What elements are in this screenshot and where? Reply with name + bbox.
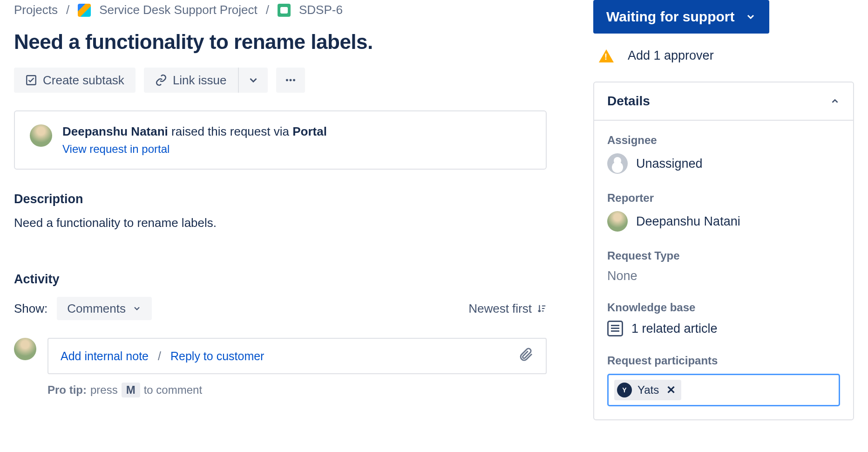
create-subtask-button[interactable]: Create subtask	[14, 68, 136, 93]
details-panel: Details Assignee Unassigned Reporter	[593, 82, 854, 420]
chevron-down-icon	[745, 11, 756, 22]
breadcrumb-projects[interactable]: Projects	[14, 3, 58, 17]
breadcrumb-issue-key[interactable]: SDSP-6	[299, 3, 343, 17]
comment-divider: /	[158, 349, 161, 363]
subtask-icon	[25, 74, 37, 86]
description-section: Description Need a functionality to rena…	[14, 192, 547, 230]
paperclip-icon	[519, 347, 534, 362]
reporter-avatar-icon	[607, 211, 628, 232]
link-issue-button[interactable]: Link issue	[144, 68, 238, 93]
activity-sort-label: Newest first	[468, 301, 532, 316]
pro-tip-text: Pro tip: press M to comment	[47, 383, 547, 397]
issue-actions-toolbar: Create subtask Link issue	[14, 68, 547, 93]
link-icon	[155, 74, 167, 86]
activity-filter-value: Comments	[67, 301, 126, 316]
activity-section: Activity Show: Comments Newest first	[14, 272, 547, 397]
request-participants-label: Request participants	[607, 354, 840, 367]
reply-to-customer-link[interactable]: Reply to customer	[170, 349, 264, 363]
breadcrumb-separator: /	[66, 3, 69, 17]
create-subtask-label: Create subtask	[43, 73, 124, 88]
chevron-up-icon	[830, 96, 840, 106]
details-header[interactable]: Details	[594, 82, 853, 121]
link-issue-label: Link issue	[173, 73, 227, 88]
participant-chip: Y Yats ✕	[614, 380, 681, 400]
svg-point-2	[289, 79, 292, 82]
request-type-value: None	[607, 269, 840, 283]
assignee-label: Assignee	[607, 134, 840, 147]
project-icon	[78, 4, 91, 17]
assignee-field[interactable]: Assignee Unassigned	[607, 134, 840, 174]
status-button[interactable]: Waiting for support	[593, 0, 769, 34]
issue-type-icon	[278, 4, 291, 17]
participant-chip-text: Yats	[637, 384, 659, 397]
participant-chip-avatar: Y	[617, 383, 632, 397]
portal-raised-text: Deepanshu Natani raised this request via…	[62, 124, 327, 139]
assignee-value: Unassigned	[636, 157, 703, 171]
request-participants-input[interactable]: Y Yats ✕	[607, 374, 840, 406]
activity-sort-button[interactable]: Newest first	[468, 301, 547, 316]
portal-channel: Portal	[292, 124, 327, 138]
more-icon	[285, 74, 297, 86]
current-user-avatar	[14, 338, 36, 360]
attachment-button[interactable]	[519, 347, 534, 365]
activity-show-label: Show:	[14, 301, 47, 316]
link-issue-dropdown[interactable]	[238, 68, 268, 93]
more-actions-button[interactable]	[276, 68, 305, 93]
portal-raised-via: raised this request via	[168, 124, 292, 138]
request-type-label: Request Type	[607, 249, 840, 262]
approver-text: Add 1 approver	[628, 48, 714, 63]
knowledge-base-field[interactable]: Knowledge base 1 related article	[607, 301, 840, 336]
pro-tip-key: M	[122, 383, 140, 397]
details-header-label: Details	[607, 94, 650, 109]
warning-icon	[599, 49, 614, 62]
pro-tip-label: Pro tip:	[47, 384, 87, 397]
breadcrumb-project-name[interactable]: Service Desk Support Project	[99, 3, 258, 17]
request-participants-field: Request participants Y Yats ✕	[607, 354, 840, 406]
reporter-label: Reporter	[607, 192, 840, 205]
reporter-avatar	[30, 124, 52, 147]
knowledge-base-label: Knowledge base	[607, 301, 840, 314]
pro-tip-prefix: press	[90, 384, 118, 397]
view-request-portal-link[interactable]: View request in portal	[62, 143, 170, 156]
unassigned-avatar-icon	[607, 153, 628, 174]
issue-title[interactable]: Need a functionality to rename labels.	[14, 30, 547, 54]
reporter-value: Deepanshu Natani	[636, 214, 740, 229]
reporter-field[interactable]: Reporter Deepanshu Natani	[607, 192, 840, 232]
link-issue-split-button: Link issue	[144, 68, 268, 93]
description-body[interactable]: Need a functionality to rename labels.	[14, 216, 547, 230]
chevron-down-icon	[247, 74, 259, 86]
breadcrumb: Projects / Service Desk Support Project …	[14, 3, 547, 17]
add-internal-note-link[interactable]: Add internal note	[61, 349, 149, 363]
svg-point-3	[293, 79, 295, 82]
article-icon	[607, 321, 623, 336]
approver-row[interactable]: Add 1 approver	[593, 48, 854, 63]
status-label: Waiting for support	[606, 9, 735, 25]
sort-icon	[536, 303, 547, 314]
breadcrumb-separator: /	[266, 3, 269, 17]
pro-tip-suffix: to comment	[144, 384, 202, 397]
comment-input[interactable]: Add internal note / Reply to customer	[47, 338, 547, 374]
portal-reporter-name: Deepanshu Natani	[62, 124, 168, 138]
activity-filter-select[interactable]: Comments	[57, 297, 152, 320]
svg-point-1	[285, 79, 288, 82]
activity-heading: Activity	[14, 272, 547, 287]
portal-info-card: Deepanshu Natani raised this request via…	[14, 110, 547, 170]
chevron-down-icon	[132, 304, 142, 313]
knowledge-base-value: 1 related article	[631, 322, 718, 336]
description-heading: Description	[14, 192, 547, 206]
request-type-field[interactable]: Request Type None	[607, 249, 840, 283]
participant-chip-remove[interactable]: ✕	[666, 384, 676, 397]
